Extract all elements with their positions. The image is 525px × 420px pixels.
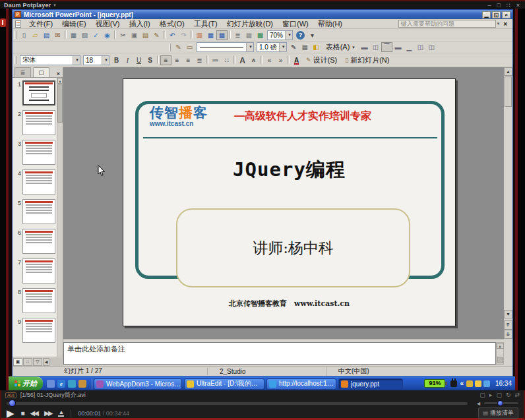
start-button[interactable]: 开始 (9, 376, 43, 390)
shrink-font-icon[interactable]: A (248, 55, 259, 65)
network-tray-icon[interactable] (483, 380, 490, 387)
align-right-icon[interactable]: ≡ (183, 55, 194, 65)
resize-icon[interactable]: ⇄ (514, 392, 520, 398)
insert-table-icon[interactable]: ▦ (205, 30, 216, 40)
open-icon[interactable]: ▱ (30, 30, 41, 40)
panel-scroll-thumb[interactable] (57, 84, 63, 123)
slideshow-view-button[interactable]: ▽ (33, 358, 42, 366)
toolbar-grip[interactable] (15, 56, 16, 64)
volume-icon[interactable]: ◄ (476, 400, 481, 407)
zoom-dropdown-icon[interactable]: ▾ (285, 31, 292, 40)
line-style-dropdown-icon[interactable]: ▾ (246, 43, 253, 51)
grow-font-icon[interactable]: A (237, 55, 248, 65)
seek-bar[interactable] (7, 402, 468, 405)
show-formatting-icon[interactable]: ≣ (232, 30, 243, 40)
slide-thumbnail[interactable] (22, 80, 55, 105)
center-vertical-icon[interactable]: ▬ (392, 42, 404, 52)
notes-input[interactable]: 单击此处添加备注 (63, 342, 496, 365)
underline-icon[interactable]: U (133, 55, 144, 65)
player-maximize-button[interactable]: □ (497, 2, 501, 9)
ie-quicklaunch-icon[interactable]: e (57, 380, 65, 388)
ppt-minimize-button[interactable]: ▁ (482, 11, 491, 18)
insert-chart-icon[interactable]: ▥ (194, 30, 205, 40)
new-icon[interactable]: ▯ (18, 30, 30, 40)
document-icon[interactable] (15, 20, 21, 28)
screen-prev-icon[interactable]: ▢ (479, 392, 485, 398)
bullets-icon[interactable]: ∷ (221, 55, 232, 65)
italic-icon[interactable]: I (122, 55, 133, 65)
taskbar-task-button[interactable]: UltraEdit - [D:\我的文档... (184, 378, 264, 390)
split-cells-icon[interactable]: ◫ (370, 42, 381, 52)
help-dropdown-icon[interactable]: ▾ (497, 21, 500, 26)
toolbar-grip[interactable] (15, 31, 16, 39)
seek-knob[interactable] (9, 400, 16, 407)
hscroll-track[interactable] (50, 358, 62, 366)
merge-cells-icon[interactable]: ▬ (359, 42, 370, 52)
slide-canvas[interactable]: 传智播客 www.itcast.cn —高级软件人才实作培训专家 JQuery编… (63, 67, 504, 339)
slide[interactable]: 传智播客 www.itcast.cn —高级软件人才实作培训专家 JQuery编… (123, 78, 456, 326)
playlist-button[interactable]: ▤ 播放清单 (478, 407, 518, 419)
messenger-tray-icon[interactable] (475, 380, 481, 387)
volume-slider[interactable] (484, 402, 518, 404)
slide-thumbnail[interactable] (22, 110, 55, 135)
cut-icon[interactable]: ✂ (117, 30, 129, 40)
menu-item[interactable]: 幻灯片放映(D) (222, 18, 278, 30)
next-slide-button[interactable]: ⇊ (504, 330, 512, 339)
font-color-icon[interactable]: A (291, 55, 302, 65)
align-left-icon[interactable]: ≡ (160, 55, 171, 65)
help-question-input[interactable]: 键入需要帮助的问题 (398, 20, 496, 28)
line-weight-dropdown-icon[interactable]: ▾ (279, 43, 286, 51)
font-size-combo[interactable]: 18 ▾ (83, 55, 109, 65)
menu-item[interactable]: 工具(T) (189, 18, 222, 30)
outline-tab[interactable]: ≣ (15, 67, 31, 77)
play-marker-icon[interactable]: ▸ (489, 392, 493, 398)
slide-thumbnail[interactable] (22, 258, 55, 284)
msn-quicklaunch-icon[interactable] (68, 380, 76, 388)
numbering-icon[interactable]: ≔ (210, 55, 221, 65)
research-icon[interactable]: ◉ (102, 30, 113, 40)
media-quicklaunch-icon[interactable] (78, 380, 86, 388)
play-button[interactable]: ▶ (7, 408, 15, 418)
slide-thumbnail[interactable] (22, 229, 55, 254)
player-pin-button[interactable]: ∷ (507, 2, 510, 9)
taskbar-task-button[interactable]: http://localhost:1039/练... (266, 378, 336, 390)
distribute-text-icon[interactable]: ≣ (194, 55, 205, 65)
fill-color-icon[interactable]: ◧ (311, 42, 322, 52)
notes-scrollbar[interactable]: ▲ (496, 342, 504, 365)
scroll-down-icon[interactable]: ▼ (504, 310, 512, 318)
email-icon[interactable]: ✉ (52, 30, 63, 40)
align-center-icon[interactable]: ≡ (171, 55, 183, 65)
eraser-icon[interactable]: ▭ (184, 42, 195, 52)
paste-icon[interactable]: ▤ (140, 30, 151, 40)
previous-slide-button[interactable]: ⇈ (504, 320, 512, 330)
help-icon[interactable]: ? (296, 31, 305, 40)
print-preview-icon[interactable]: ▧ (79, 30, 90, 40)
slide-thumbnail[interactable] (22, 288, 55, 313)
slide-thumbnail[interactable] (22, 199, 55, 224)
save-icon[interactable]: ▤ (41, 30, 52, 40)
copy-icon[interactable]: ▣ (129, 30, 140, 40)
menu-item[interactable]: 文件(F) (24, 18, 57, 30)
pen-color-icon[interactable]: ✎ (288, 42, 299, 52)
spelling-icon[interactable]: ✓ (90, 30, 102, 40)
panel-scrollbar[interactable]: ▲ (57, 78, 63, 357)
line-style-combo[interactable]: ▾ (197, 42, 254, 52)
repeat-icon[interactable]: ↻ (506, 392, 511, 398)
scroll-up-icon[interactable]: ▲ (504, 67, 512, 76)
menu-item[interactable]: 帮助(H) (313, 18, 347, 30)
player-menu-caret-icon[interactable]: ▾ (53, 3, 56, 8)
video-frame[interactable]: P Microsoft PowerPoint - [jquery.ppt] ▁ … (0, 9, 525, 390)
shadow-icon[interactable]: S (144, 55, 156, 65)
align-bottom-icon[interactable]: ▁ (404, 42, 415, 52)
undo-icon[interactable]: ↶ (167, 30, 178, 40)
toolbar-grip[interactable] (169, 44, 171, 51)
show-desktop-icon[interactable] (47, 380, 55, 388)
hscroll-left-icon[interactable]: ◀ (43, 358, 49, 366)
menu-item[interactable]: 插入(I) (124, 18, 154, 30)
zoom-combo[interactable]: 70% ▾ (267, 30, 293, 40)
slide-sorter-view-button[interactable]: ∷ (23, 358, 32, 366)
draw-table-icon[interactable]: ✎ (173, 42, 184, 52)
taskbar-task-button[interactable]: jquery.ppt (338, 378, 403, 390)
font-size-dropdown-icon[interactable]: ▾ (102, 56, 109, 65)
toolbar-options-icon[interactable]: ▾ (307, 30, 318, 40)
